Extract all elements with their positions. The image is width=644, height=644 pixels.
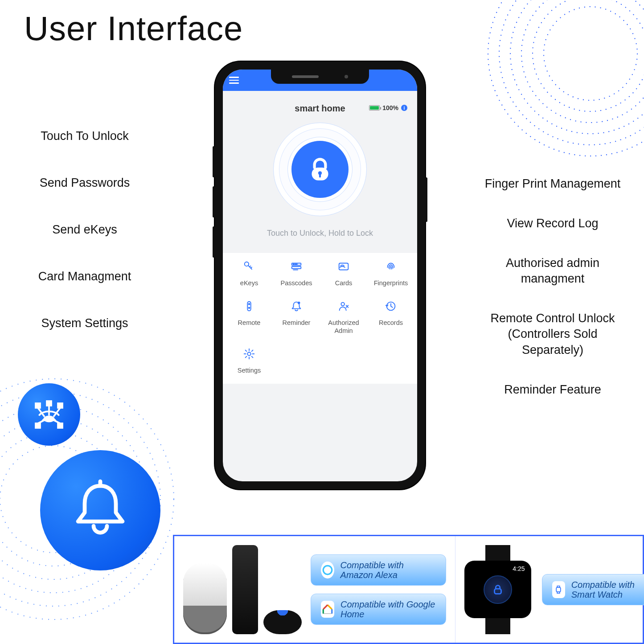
lock-icon [291, 141, 349, 198]
compat-label: Compatible with Google Home [340, 599, 436, 619]
feature-list-left: Touch To Unlock Send Passwords Send eKey… [18, 128, 152, 362]
card-icon [337, 260, 350, 273]
grid-reminder[interactable]: Reminder [273, 299, 320, 335]
svg-point-33 [296, 264, 297, 265]
page-title: User Interface [24, 9, 243, 48]
lock-hint: Touch to Unlock, Hold to Lock [223, 229, 417, 238]
svg-rect-30 [292, 267, 301, 269]
feature-grid: eKeys Passcodes Cards Fingerprints Remot… [223, 252, 417, 384]
alexa-ring-icon [321, 562, 334, 578]
svg-rect-18 [58, 423, 62, 428]
bluetooth-icon: i [401, 105, 407, 111]
cell-label: Reminder [273, 319, 320, 327]
battery-percent: 100% [382, 104, 398, 111]
svg-rect-44 [556, 587, 561, 592]
battery-status: 100% i [369, 104, 407, 111]
feature-item: Authorised admin managment [479, 255, 626, 287]
keys-icon [242, 260, 256, 273]
bell-badge-icon [40, 450, 160, 570]
alexa-tower-icon [232, 545, 258, 634]
lock-button[interactable] [273, 123, 367, 216]
svg-rect-43 [494, 589, 501, 594]
passcode-icon [290, 260, 303, 273]
svg-point-32 [295, 264, 295, 265]
feature-item: Send eKeys [18, 222, 152, 238]
feature-item: Send Passwords [18, 175, 152, 191]
watch-outline-icon [552, 581, 565, 598]
compat-watch-pill: Compatible with Smart Watch [542, 574, 644, 605]
google-home-logo-icon [321, 601, 334, 618]
feature-item: Card Managment [18, 269, 152, 284]
feature-item: Finger Print Management [479, 176, 626, 192]
svg-point-39 [341, 303, 345, 306]
grid-fingerprints[interactable]: Fingerprints [367, 260, 414, 287]
cell-label: eKeys [226, 279, 273, 287]
svg-point-4 [521, 0, 644, 123]
menu-icon[interactable] [229, 77, 239, 84]
smart-watch-icon: 4:25 [464, 545, 531, 634]
svg-point-3 [510, 0, 644, 134]
svg-point-13 [44, 416, 55, 422]
svg-point-42 [323, 566, 332, 574]
grid-ekeys[interactable]: eKeys [226, 260, 273, 287]
compat-label: Compatible with Amazon Alexa [340, 560, 436, 580]
feature-item: Remote Control Unlock (Controllers Sold … [479, 311, 626, 357]
smart-speaker-cluster [183, 545, 302, 634]
echo-dot-icon [263, 610, 302, 634]
feature-item: Reminder Feature [479, 382, 626, 398]
compat-label: Compatible with Smart Watch [571, 580, 644, 599]
feature-item: System Settings [18, 316, 152, 331]
svg-point-36 [249, 304, 250, 305]
grid-passcodes[interactable]: Passcodes [273, 260, 320, 287]
watch-time: 4:25 [513, 565, 525, 572]
grid-settings[interactable]: Settings [226, 347, 273, 374]
settings-gear-icon [242, 347, 256, 361]
svg-point-31 [293, 264, 294, 265]
svg-point-38 [298, 302, 300, 304]
google-home-device-icon [183, 563, 227, 634]
fingerprint-icon [384, 260, 398, 273]
compatibility-panel: Compatible with Amazon Alexa Compatible … [173, 535, 644, 644]
compat-alexa-pill: Compatible with Amazon Alexa [311, 554, 446, 586]
phone-mock: smart home 100% i Touch to Unlock, Hol [215, 62, 425, 489]
feature-list-right: Finger Print Management View Record Log … [479, 176, 626, 422]
feature-item: Touch To Unlock [18, 128, 152, 144]
device-name: smart home [295, 103, 345, 114]
svg-rect-16 [58, 403, 62, 408]
cell-label: Records [367, 319, 414, 327]
cell-label: Cards [320, 279, 367, 287]
svg-point-2 [499, 0, 644, 145]
cell-label: Passcodes [273, 279, 320, 287]
svg-point-41 [247, 352, 251, 356]
compat-google-pill: Compatible with Google Home [311, 594, 446, 625]
admin-icon [337, 299, 350, 313]
remote-icon [242, 299, 256, 313]
watch-lock-icon [484, 575, 512, 604]
svg-rect-35 [247, 302, 251, 311]
svg-point-6 [544, 7, 637, 100]
feature-item: View Record Log [479, 216, 626, 231]
grid-records[interactable]: Records [367, 299, 414, 335]
grid-remote[interactable]: Remote [226, 299, 273, 335]
records-icon [384, 299, 398, 313]
svg-point-1 [488, 0, 644, 156]
reminder-bell-icon [290, 299, 303, 313]
grid-cards[interactable]: Cards [320, 260, 367, 287]
svg-point-5 [533, 0, 644, 111]
cell-label: Settings [226, 367, 273, 374]
svg-line-23 [53, 420, 60, 424]
svg-rect-17 [36, 423, 40, 428]
grid-authorized-admin[interactable]: Authorized Admin [320, 299, 367, 335]
network-badge-icon [18, 383, 80, 446]
svg-point-37 [249, 308, 250, 309]
cell-label: Authorized Admin [320, 319, 367, 335]
svg-rect-15 [47, 401, 51, 406]
svg-rect-14 [36, 403, 40, 408]
decorative-dots-top-right [484, 0, 644, 160]
cell-label: Fingerprints [367, 279, 414, 287]
svg-line-22 [38, 420, 45, 424]
cell-label: Remote [226, 319, 273, 327]
svg-rect-27 [319, 174, 321, 177]
